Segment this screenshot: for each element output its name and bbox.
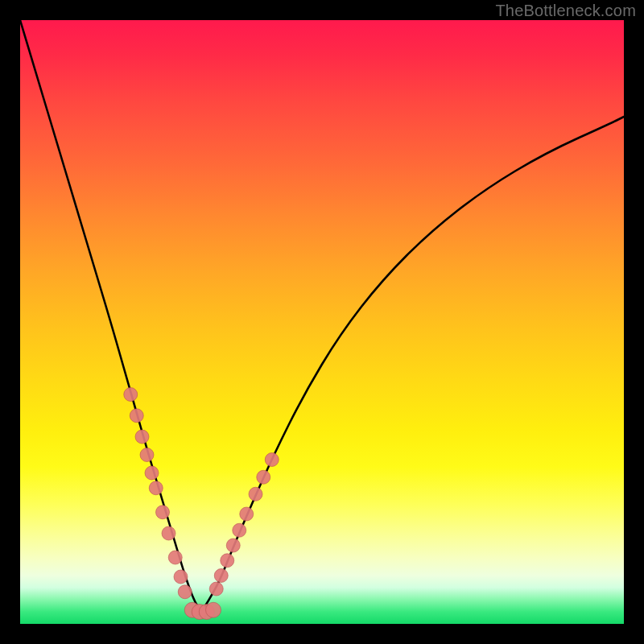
marker-dot — [130, 409, 143, 423]
chart-svg — [20, 20, 624, 624]
marker-dot — [174, 570, 188, 584]
chart-frame: TheBottleneck.com — [0, 0, 644, 644]
marker-dot — [265, 453, 279, 467]
marker-dot — [257, 470, 270, 484]
marker-dot — [124, 388, 138, 402]
marker-dot — [249, 487, 262, 501]
marker-dot — [162, 526, 175, 540]
bottleneck-curve — [20, 20, 624, 609]
marker-dot — [221, 554, 234, 568]
marker-dot — [156, 506, 170, 519]
marker-dot — [226, 539, 240, 552]
marker-dot — [168, 551, 182, 564]
marker-dot — [240, 507, 254, 521]
marker-dot — [178, 585, 192, 599]
marker-dot — [233, 523, 246, 537]
marker-dot — [206, 602, 221, 617]
marker-dot — [135, 430, 149, 444]
watermark-text: TheBottleneck.com — [495, 2, 636, 20]
marker-dot — [149, 481, 163, 495]
plot-area — [20, 20, 624, 624]
marker-dot — [214, 569, 228, 583]
marker-dot — [209, 582, 223, 596]
markers-bottom-group — [184, 602, 221, 619]
marker-dot — [140, 448, 154, 462]
marker-dot — [145, 466, 159, 480]
